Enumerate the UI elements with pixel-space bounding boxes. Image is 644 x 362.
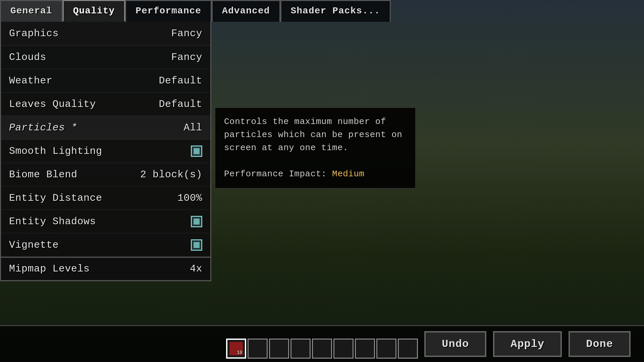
hotbar-slot-7[interactable] xyxy=(376,339,396,359)
setting-label-biome-blend: Biome Blend xyxy=(9,169,77,180)
tab-advanced[interactable]: Advanced xyxy=(212,0,280,22)
tooltip-body: Controls the maximum number of particles… xyxy=(224,117,402,153)
hotbar-slot-8[interactable] xyxy=(398,339,418,359)
setting-row-biome-blend[interactable]: Biome Blend 2 block(s) xyxy=(1,163,210,186)
hotbar-slot-1[interactable] xyxy=(248,339,268,359)
setting-row-entity-shadows[interactable]: Entity Shadows xyxy=(1,210,210,233)
setting-label-mipmap-levels: Mipmap Levels xyxy=(9,263,90,275)
tab-quality[interactable]: Quality xyxy=(63,0,125,22)
setting-label-vignette: Vignette xyxy=(9,239,59,251)
setting-row-smooth-lighting[interactable]: Smooth Lighting xyxy=(1,139,210,163)
tooltip-impact-label: Performance Impact: xyxy=(224,169,332,179)
hotbar-slot-6[interactable] xyxy=(355,339,375,359)
settings-panel: Graphics Fancy Clouds Fancy Weather Defa… xyxy=(0,22,211,281)
hotbar-slot-0[interactable]: 10 xyxy=(226,339,246,359)
setting-label-smooth-lighting: Smooth Lighting xyxy=(9,145,102,157)
tooltip-text: Controls the maximum number of particles… xyxy=(224,115,407,181)
tab-general[interactable]: General xyxy=(0,0,63,22)
hotbar-slot-5[interactable] xyxy=(333,339,354,359)
tooltip: Controls the maximum number of particles… xyxy=(215,107,416,189)
hotbar-slot-2[interactable] xyxy=(269,339,289,359)
setting-label-clouds: Clouds xyxy=(9,52,46,63)
undo-button[interactable]: Undo xyxy=(424,331,486,357)
setting-value-weather: Default xyxy=(159,75,202,86)
setting-value-clouds: Fancy xyxy=(171,52,202,63)
setting-value-entity-distance: 100% xyxy=(177,192,202,204)
tab-shader-packs[interactable]: Shader Packs... xyxy=(280,0,391,22)
setting-label-entity-distance: Entity Distance xyxy=(9,192,102,204)
setting-label-entity-shadows: Entity Shadows xyxy=(9,216,96,227)
setting-label-graphics: Graphics xyxy=(9,28,59,39)
tab-bar: General Quality Performance Advanced Sha… xyxy=(0,0,644,22)
setting-label-particles: Particles * xyxy=(9,122,77,133)
entity-shadows-checkbox[interactable] xyxy=(191,216,202,227)
hotbar: 10 xyxy=(226,339,418,359)
hotbar-slot-4[interactable] xyxy=(312,339,332,359)
setting-value-biome-blend: 2 block(s) xyxy=(140,169,202,180)
setting-row-vignette[interactable]: Vignette xyxy=(1,233,210,257)
done-button[interactable]: Done xyxy=(569,331,631,357)
tab-performance[interactable]: Performance xyxy=(125,0,212,22)
setting-row-weather[interactable]: Weather Default xyxy=(1,69,210,93)
hotbar-item-0: 10 xyxy=(229,342,243,355)
hotbar-count-0: 10 xyxy=(237,350,243,355)
setting-value-leaves-quality: Default xyxy=(159,99,202,110)
tooltip-impact-value: Medium xyxy=(332,169,365,179)
apply-button[interactable]: Apply xyxy=(493,331,562,357)
setting-row-leaves-quality[interactable]: Leaves Quality Default xyxy=(1,93,210,116)
setting-value-graphics: Fancy xyxy=(171,28,202,39)
setting-label-weather: Weather xyxy=(9,75,53,86)
smooth-lighting-checkbox[interactable] xyxy=(191,145,202,157)
setting-value-particles: All xyxy=(183,122,202,133)
setting-row-clouds[interactable]: Clouds Fancy xyxy=(1,46,210,69)
vignette-checkbox[interactable] xyxy=(191,239,202,251)
setting-label-leaves-quality: Leaves Quality xyxy=(9,99,96,110)
setting-row-particles[interactable]: Particles * All xyxy=(1,116,210,139)
setting-row-mipmap-levels[interactable]: Mipmap Levels 4x xyxy=(1,257,210,280)
hotbar-slot-3[interactable] xyxy=(290,339,311,359)
setting-value-mipmap-levels: 4x xyxy=(190,263,202,275)
setting-row-entity-distance[interactable]: Entity Distance 100% xyxy=(1,186,210,210)
setting-row-graphics[interactable]: Graphics Fancy xyxy=(1,22,210,46)
